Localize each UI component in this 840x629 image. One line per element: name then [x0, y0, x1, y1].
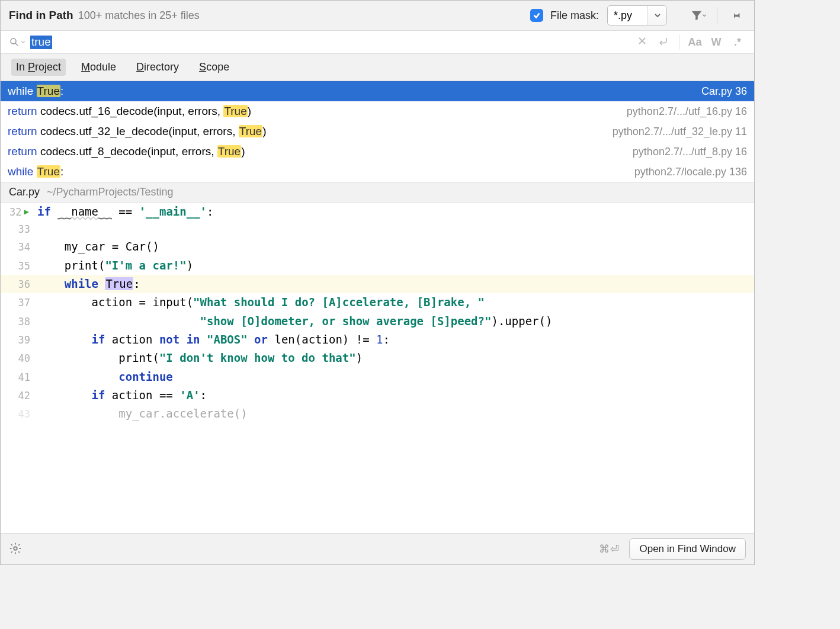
- result-row[interactable]: return codecs.utf_8_decode(input, errors…: [1, 142, 754, 162]
- match-count: 100+ matches in 25+ files: [78, 9, 200, 22]
- results-list: while True:Car.py 36return codecs.utf_16…: [1, 81, 754, 182]
- editor-line[interactable]: 39 if action not in "ABOS" or len(action…: [1, 330, 754, 349]
- result-path: python2.7/.../utf_32_le.py 11: [613, 126, 747, 138]
- file-mask-chevron[interactable]: [647, 6, 666, 25]
- file-mask-value: *.py: [608, 6, 647, 25]
- chevron-down-icon: [21, 40, 25, 44]
- filter-button[interactable]: [688, 5, 708, 25]
- result-row[interactable]: return codecs.utf_32_le_decode(input, er…: [1, 121, 754, 142]
- header-bar: Find in Path 100+ matches in 25+ files F…: [1, 1, 754, 30]
- gutter: 35: [1, 258, 34, 274]
- open-in-find-window-button[interactable]: Open in Find Window: [629, 538, 746, 560]
- editor-line[interactable]: 35 print("I'm a car!"): [1, 256, 754, 275]
- match-case-toggle[interactable]: Aa: [687, 36, 703, 49]
- scope-tab-directory[interactable]: Directory: [132, 59, 184, 76]
- search-row: true Aa W .*: [1, 30, 754, 54]
- gutter: 38: [1, 313, 34, 330]
- gutter: 41: [1, 369, 34, 386]
- svg-point-0: [11, 38, 16, 44]
- run-gutter-icon[interactable]: ▶: [24, 205, 29, 219]
- return-arrow-icon: [658, 36, 669, 46]
- check-icon: [533, 11, 541, 20]
- svg-point-4: [14, 547, 17, 550]
- editor-line[interactable]: 32 ▶if __name__ == '__main__':: [1, 203, 754, 221]
- editor-line[interactable]: 34 my_car = Car(): [1, 238, 754, 256]
- file-mask-combo[interactable]: *.py: [607, 5, 667, 25]
- settings-button[interactable]: [9, 542, 22, 557]
- scope-tab-in-project[interactable]: In Project: [11, 59, 66, 76]
- newline-toggle[interactable]: [655, 36, 672, 49]
- gutter: 33: [1, 221, 34, 238]
- chevron-down-icon: [702, 13, 707, 18]
- shortcut-hint: ⌘⏎: [599, 543, 620, 556]
- gutter: 34: [1, 239, 34, 255]
- editor-line[interactable]: 41 continue: [1, 368, 754, 386]
- funnel-icon: [690, 9, 703, 22]
- search-query-selected: true: [30, 36, 52, 49]
- scope-tabs: In ProjectModuleDirectoryScope: [1, 54, 754, 81]
- preview-editor[interactable]: 32 ▶if __name__ == '__main__':3334 my_ca…: [1, 203, 754, 533]
- gear-icon: [9, 542, 22, 555]
- file-mask-label: File mask:: [550, 9, 599, 22]
- gutter: 42: [1, 387, 34, 404]
- result-row[interactable]: while True:Car.py 36: [1, 81, 754, 101]
- gutter: 43: [1, 406, 34, 422]
- result-path: python2.7/.../utf_16.py 16: [627, 105, 747, 118]
- editor-line[interactable]: 42 if action == 'A':: [1, 386, 754, 405]
- divider: [717, 7, 717, 24]
- editor-line[interactable]: 40 print("I don't know how to do that"): [1, 349, 754, 367]
- editor-line[interactable]: 38 "show [O]dometer, or show average [S]…: [1, 312, 754, 330]
- result-row[interactable]: return codecs.utf_16_decode(input, error…: [1, 101, 754, 121]
- gutter: 36: [1, 276, 34, 293]
- gutter: 39: [1, 332, 34, 348]
- result-row[interactable]: while True:python2.7/locale.py 136: [1, 162, 754, 182]
- preview-filepath: ~/PycharmProjects/Testing: [47, 186, 174, 198]
- chevron-down-icon: [654, 12, 661, 19]
- gutter: 32 ▶: [1, 204, 34, 220]
- divider: [679, 34, 679, 50]
- result-path: Car.py 36: [701, 85, 747, 98]
- file-mask-checkbox[interactable]: [530, 9, 543, 22]
- regex-toggle[interactable]: .*: [729, 36, 746, 49]
- dialog-title: Find in Path: [9, 9, 73, 22]
- editor-line[interactable]: 43 my_car.accelerate(): [1, 405, 754, 423]
- editor-line[interactable]: 33: [1, 221, 754, 238]
- scope-tab-scope[interactable]: Scope: [194, 59, 234, 76]
- editor-line[interactable]: 37 action = input("What should I do? [A]…: [1, 293, 754, 312]
- footer-bar: ⌘⏎ Open in Find Window: [1, 533, 754, 564]
- editor-line[interactable]: 36 while True:: [1, 275, 754, 293]
- scope-tab-module[interactable]: Module: [76, 59, 121, 76]
- search-icon[interactable]: [9, 37, 25, 47]
- result-path: python2.7/locale.py 136: [634, 166, 747, 178]
- pin-icon: [730, 9, 742, 21]
- close-icon: [637, 36, 647, 46]
- preview-header: Car.py ~/PycharmProjects/Testing: [1, 182, 754, 203]
- magnifier-icon: [9, 37, 20, 47]
- clear-search-button[interactable]: [634, 36, 650, 49]
- preview-filename: Car.py: [9, 186, 40, 198]
- gutter: 37: [1, 294, 34, 311]
- words-toggle[interactable]: W: [708, 36, 724, 49]
- pin-button[interactable]: [726, 5, 746, 25]
- svg-line-1: [15, 43, 18, 46]
- result-path: python2.7/.../utf_8.py 16: [633, 146, 747, 158]
- gutter: 40: [1, 350, 34, 367]
- search-input[interactable]: true: [30, 36, 629, 49]
